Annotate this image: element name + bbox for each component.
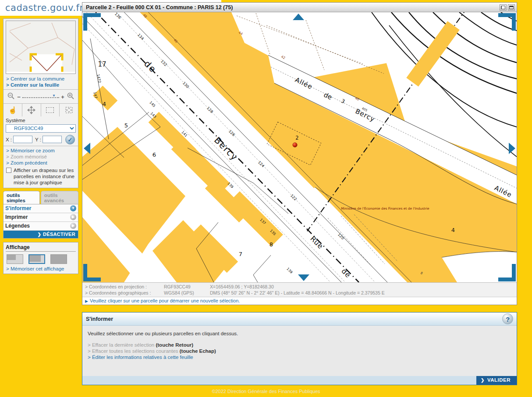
clear-all-selections-key: (touche Echap) [180,348,216,354]
minimap-viewport[interactable] [31,54,62,72]
map-canvas[interactable]: deBercyRuedeAlléede3BercyAllée1361341321… [82,12,517,282]
chevron-right-icon: ▶ [70,214,76,220]
map-label: 4 [451,227,455,233]
notice-bar: ▶Veuillez cliquer sur une parcelle pour … [82,297,517,305]
chevron-down-icon: ▼ [70,205,76,211]
map-label: 7 [239,251,242,257]
zoom-out-icon[interactable] [6,92,16,102]
valider-arrow-icon: ❯ [481,378,485,383]
zoom-slider[interactable]: ▼ [22,93,59,98]
rect-zoom-tool[interactable] [41,104,60,116]
informer-panel-footer: ❯VALIDER [82,376,517,385]
clear-last-selection-link[interactable]: > Effacer la dernière sélection (touche … [88,342,511,348]
move-tool[interactable] [22,104,41,116]
zoom-control: − ▼ + [6,91,76,102]
center-commune-link[interactable]: > Centrer sur la commune [6,76,76,82]
clear-all-selections-label: > Effacer toutes les sélections courante… [88,348,180,354]
proj-system: RGF93CC49 [164,284,210,290]
xy-submit-button[interactable]: ✓ [65,135,75,144]
sidebar: > Centrer sur la commune > Centrer sur l… [3,18,78,274]
geo-label: > Coordonnées géographiques : [85,290,164,296]
map-titlebar: Parcelle 2 - Feuille 000 CX 01 - Commune… [82,3,517,12]
accordion-informer[interactable]: S'informer ▼ [4,204,78,213]
geo-system: WGS84 (GPS) [164,290,210,296]
help-icon[interactable]: ? [502,313,513,324]
xy-inputs: X : Y : ✓ [6,135,76,144]
clear-all-selections-link[interactable]: > Effacer toutes les sélections courante… [88,348,511,354]
notice-arrow-icon: ▶ [85,299,88,303]
geo-values: DMS (48° 50' 26" N - 2° 22' 46" E) - Lat… [210,290,514,296]
accordion-imprimer[interactable]: Imprimer ▶ [4,213,78,222]
extent-tool[interactable] [60,104,78,116]
display-large-icon [51,255,67,263]
map-label: Ministère de l'Economie des Finances et … [341,207,429,211]
valider-button[interactable]: ❯VALIDER [476,376,517,385]
map-label: 4 [103,101,106,107]
informer-panel-body: Veuillez sélectionner une ou plusieurs p… [82,326,517,376]
tab-outils-simples[interactable]: outils simples [3,191,40,204]
map-label: 8 [270,241,273,248]
tools-accordion: S'informer ▼ Imprimer ▶ Légendes ▶ ❯DÉSA… [3,204,78,239]
display-size-buttons [6,252,76,266]
legendes-label: Légendes [5,223,30,229]
informer-panel-title: S'informer [86,316,113,322]
notice-text: Veuillez cliquer sur une parcelle pour d… [90,298,240,303]
informer-label: S'informer [5,205,32,211]
minimap[interactable] [6,21,76,74]
x-label: X : [6,137,12,142]
map-tools: ☝ [4,103,78,116]
memoriser-affichage-link[interactable]: > Mémoriser cet affichage [6,266,76,272]
hand-icon: ☝ [8,106,17,114]
zoom-plus-button[interactable]: + [60,94,65,100]
y-input[interactable] [43,136,62,143]
display-medium-icon [29,255,41,262]
pan-hand-tool[interactable]: ☝ [4,104,22,116]
zoom-slider-marker[interactable]: ▼ [52,94,56,98]
systeme-label: Système [6,118,76,123]
proj-values: X=1654459.06 ; Y=8182468.30 [210,284,514,290]
parcel-marker [293,143,297,147]
accordion-legendes[interactable]: Légendes ▶ [4,222,78,231]
navigation-panel: > Centrer sur la commune > Centrer sur l… [3,18,78,188]
imprimer-label: Imprimer [5,214,28,220]
map-label: 5 [124,122,128,129]
drapeau-checkbox[interactable] [6,168,11,173]
display-small-button[interactable] [7,254,23,264]
rect-select-icon [46,107,54,113]
center-feuille-link[interactable]: > Centrer sur la feuille [6,82,76,88]
site-logo[interactable]: cadastre.gouv.fr [5,3,84,13]
copyright-footer: ©2022 Direction Générale des Finances Pu… [0,389,532,394]
zoom-minus-button[interactable]: − [16,94,21,100]
informer-panel: S'informer ? Veuillez sélectionner une o… [82,312,517,385]
drapeau-label: Afficher un drapeau sur les parcelles en… [14,167,76,186]
divider [4,89,78,90]
restore-window-icon[interactable] [500,4,507,11]
display-large-button[interactable] [50,254,67,264]
selection-instruction: Veuillez sélectionner une ou plusieurs p… [88,331,511,336]
display-small-icon [7,255,16,260]
map-label: 17 [98,60,106,68]
x-input[interactable] [13,136,32,143]
informer-panel-header: S'informer ? [82,313,517,326]
clear-last-selection-key: (touche Retour) [156,342,193,348]
y-label: Y : [35,137,41,142]
edit-sheet-info-link[interactable]: > Éditer les informations relatives à ce… [88,355,511,360]
move-icon [27,106,35,114]
maximize-window-icon[interactable] [508,4,515,11]
map-title: Parcelle 2 - Feuille 000 CX 01 - Commune… [82,4,500,11]
valider-label: VALIDER [487,377,511,383]
zoom-in-icon[interactable] [65,92,76,102]
coordinates-bar: > Coordonnées en projection : RGF93CC49 … [82,282,517,297]
clear-last-selection-label: > Effacer la dernière sélection [88,342,156,348]
tools-tabs: outils simples outils avancés [3,191,78,204]
systeme-select[interactable]: RGF93CC49 [6,124,76,133]
display-medium-button[interactable] [28,254,45,264]
drapeau-option: Afficher un drapeau sur les parcelles en… [6,167,76,186]
tab-outils-avances[interactable]: outils avancés [41,191,78,204]
desactiver-label: DÉSACTIVER [43,232,75,237]
chevron-right-icon: ▶ [70,223,76,229]
extent-icon [64,106,74,114]
memoriser-zoom-link[interactable]: > Mémoriser ce zoom [6,148,76,154]
desactiver-button[interactable]: ❯DÉSACTIVER [4,231,78,238]
zoom-precedent-link[interactable]: > Zoom précédent [6,160,76,166]
